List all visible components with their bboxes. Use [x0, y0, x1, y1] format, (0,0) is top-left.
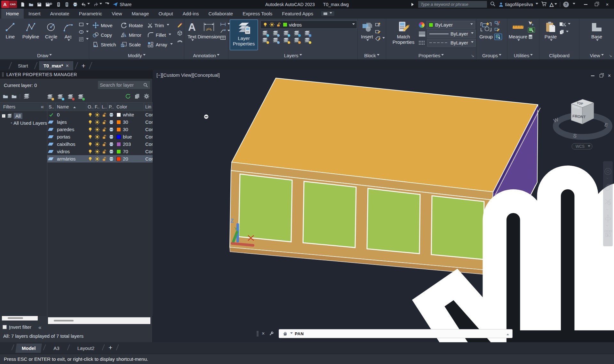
settings-gear-button[interactable]: [144, 93, 149, 100]
collapse-node-icon[interactable]: [2, 114, 5, 118]
measure-button[interactable]: Measure: [508, 20, 528, 42]
tab-manage[interactable]: Manage: [127, 9, 154, 19]
layer-lock-button[interactable]: [293, 30, 300, 36]
new-layer-vp-frozen-button[interactable]: [57, 94, 63, 99]
lock-toggle[interactable]: [100, 148, 108, 155]
layer-unisolate-button[interactable]: [272, 37, 279, 43]
command-tools-wrench-icon[interactable]: [269, 331, 274, 336]
panel-label-draw[interactable]: Draw: [0, 53, 89, 58]
explode-button[interactable]: [177, 30, 183, 36]
freeze-toggle[interactable]: [93, 111, 100, 118]
make-current-button[interactable]: [304, 30, 310, 36]
stretch-button[interactable]: Stretch: [92, 41, 116, 48]
column-plot[interactable]: P..: [108, 103, 115, 111]
close-button[interactable]: ×: [602, 1, 612, 8]
tab-output[interactable]: Output: [154, 9, 178, 19]
on-toggle[interactable]: [86, 118, 93, 126]
tab-express-tools[interactable]: Express Tools: [238, 9, 277, 19]
match-properties-button[interactable]: Match Properties: [388, 20, 419, 45]
new-layout-button[interactable]: +: [108, 344, 112, 352]
group-button[interactable]: Group: [478, 20, 494, 39]
column-freeze[interactable]: F..: [93, 103, 100, 111]
lineweight-dropdown[interactable]: ByLayer: [427, 30, 476, 38]
panel-label-utilities[interactable]: Utilities: [507, 53, 539, 58]
column-status[interactable]: S..: [47, 103, 56, 111]
close-tab-icon[interactable]: ×: [66, 63, 68, 69]
properties-dialog-launcher[interactable]: ↘: [471, 53, 474, 58]
mirror-button[interactable]: Mirror: [121, 31, 143, 39]
edit-block-button[interactable]: [375, 29, 385, 34]
plot-toggle[interactable]: [108, 118, 115, 126]
lock-toggle[interactable]: [100, 118, 108, 126]
lock-toggle[interactable]: [100, 111, 108, 118]
column-lock[interactable]: L..: [100, 103, 108, 111]
rotate-button[interactable]: Rotate: [121, 21, 143, 29]
layer-row-4[interactable]: caixilhos 203 Continuous: [47, 140, 170, 148]
freeze-toggle[interactable]: [93, 155, 100, 162]
command-options-icon[interactable]: [290, 332, 293, 335]
restore-button[interactable]: [592, 1, 601, 8]
delete-layer-button[interactable]: [67, 94, 74, 99]
quick-select-button[interactable]: [528, 21, 535, 26]
tab-annotate[interactable]: Annotate: [45, 9, 74, 19]
panel-label-properties[interactable]: Properties↘: [386, 53, 476, 58]
filter-node-all-used[interactable]: All Used Layers: [0, 119, 47, 126]
lock-toggle[interactable]: [100, 155, 108, 162]
group-selection-toggle[interactable]: [494, 34, 502, 40]
file-tab-start[interactable]: Start: [13, 61, 33, 70]
open-file-icon[interactable]: [28, 2, 34, 7]
on-toggle[interactable]: [86, 140, 93, 148]
color-cell[interactable]: 203: [115, 140, 144, 148]
refresh-button[interactable]: [125, 93, 131, 100]
rectangle-tool-button[interactable]: [79, 22, 89, 27]
help-menu-arrow-icon[interactable]: [573, 3, 575, 6]
plot-toggle[interactable]: [108, 133, 115, 140]
panel-label-block[interactable]: Block: [358, 53, 386, 58]
lock-toggle[interactable]: [100, 133, 108, 140]
freeze-toggle[interactable]: [93, 148, 100, 155]
plot-toggle[interactable]: [108, 111, 115, 118]
layer-row-0[interactable]: 0 white Continuous: [47, 111, 170, 118]
fillet-button[interactable]: Fillet: [148, 31, 173, 39]
base-button[interactable]: Base: [587, 20, 606, 42]
dimension-button[interactable]: Dimension: [198, 20, 219, 39]
account-menu[interactable]: tiagofilipesilva: [498, 2, 538, 7]
save-as-icon[interactable]: [45, 2, 53, 7]
palette-title-bar[interactable]: LAYER PROPERTIES MANAGER: [0, 70, 152, 79]
on-toggle[interactable]: [86, 155, 93, 162]
on-toggle[interactable]: [86, 148, 93, 155]
column-color[interactable]: Color: [115, 103, 144, 111]
layer-list-scrollbar[interactable]: [48, 317, 150, 324]
command-input[interactable]: PAN: [279, 329, 513, 338]
color-cell[interactable]: white: [115, 111, 144, 118]
collapse-palette-button[interactable]: «: [38, 324, 41, 331]
panel-label-groups[interactable]: Groups: [476, 53, 507, 58]
keyword-search-input[interactable]: Type a keyword or phrase: [418, 1, 487, 8]
layer-on-button[interactable]: [262, 37, 268, 43]
plot-toggle[interactable]: [108, 148, 115, 155]
copy-clip-button[interactable]: [559, 29, 570, 35]
text-button[interactable]: A Text: [186, 20, 198, 42]
lineweight-icon[interactable]: [419, 31, 425, 36]
define-attributes-button[interactable]: [375, 36, 385, 41]
tab-collaborate[interactable]: Collaborate: [203, 9, 238, 19]
linetype-icon[interactable]: [419, 41, 425, 44]
palette-grip-icon[interactable]: [2, 72, 4, 77]
circle-button[interactable]: Circle: [43, 20, 60, 42]
freeze-toggle[interactable]: [93, 126, 100, 133]
command-history-icon[interactable]: [506, 332, 509, 335]
cut-button[interactable]: [559, 22, 570, 27]
lock-toggle[interactable]: [100, 126, 108, 133]
navigation-bar[interactable]: [603, 161, 613, 246]
tab-home[interactable]: Home: [1, 9, 24, 19]
search-icon[interactable]: [490, 1, 496, 8]
new-property-filter-button[interactable]: [3, 93, 8, 100]
color-cell[interactable]: 30: [115, 126, 144, 133]
polyline-button[interactable]: Polyline: [20, 20, 42, 39]
viewcube[interactable]: W S E TOP FRONT WCS: [553, 99, 610, 149]
undo-button[interactable]: [81, 2, 90, 6]
save-to-mobile-icon[interactable]: [64, 2, 69, 7]
group-edit-button[interactable]: [494, 27, 502, 32]
offset-button[interactable]: [177, 38, 183, 44]
ribbon-display-toggle[interactable]: [321, 11, 334, 16]
